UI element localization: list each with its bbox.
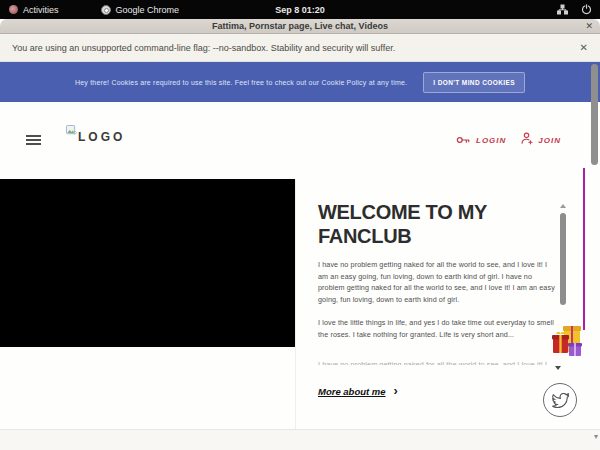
login-button[interactable]: LOGIN: [456, 131, 506, 149]
intro-paragraph-2: I love the little things in life, and ye…: [318, 317, 559, 340]
clipped-paragraph-wrap: I have no problem getting naked for all …: [318, 359, 559, 365]
inner-scrollbar-thumb[interactable]: [560, 213, 566, 305]
hero-video-area[interactable]: [0, 179, 295, 347]
fanclub-intro: WELCOME TO MY FANCLUB I have no problem …: [318, 200, 559, 397]
column-divider: [295, 179, 296, 430]
browser-scrollbar-thumb[interactable]: [591, 64, 598, 165]
join-button[interactable]: JOIN: [521, 131, 561, 149]
chevron-right-icon: ›: [394, 386, 398, 396]
intro-paragraph-3-clipped: I have no problem getting naked for all …: [318, 359, 559, 365]
window-title: Fattima, Pornstar page, Live chat, Video…: [212, 21, 388, 31]
more-about-me-link[interactable]: More about me ›: [318, 386, 559, 397]
logo-text: LOGO: [78, 130, 125, 144]
chrome-warning-bar: You are using an unsupported command-lin…: [0, 34, 600, 62]
system-top-bar: Activities Google Chrome Sep 8 01:20: [0, 0, 600, 19]
cookie-banner: Hey there! Cookies are required to use t…: [0, 62, 600, 102]
cookie-accept-button[interactable]: I DON'T MIND COOKIES: [423, 72, 525, 93]
broken-image-icon: [66, 122, 77, 140]
warning-text: You are using an unsupported command-lin…: [12, 43, 395, 53]
webpage: LOGO LOGIN JOIN WELCOME TO MY FANCLUB I …: [0, 102, 600, 450]
network-icon[interactable]: [557, 4, 568, 15]
inner-scrollbar-up-icon[interactable]: [560, 204, 566, 208]
gift-widget-collapse-icon[interactable]: [555, 366, 561, 370]
twitter-bird-icon: [552, 393, 569, 408]
screen: Activities Google Chrome Sep 8 01:20 Fat…: [0, 0, 600, 450]
add-user-icon: [521, 131, 533, 149]
gift-ribbon-string: [583, 168, 585, 330]
window-title-bar[interactable]: Fattima, Pornstar page, Live chat, Video…: [0, 19, 600, 34]
hamburger-menu-icon[interactable]: [26, 135, 41, 148]
intro-paragraph-1: I have no problem getting naked for all …: [318, 259, 559, 305]
power-icon[interactable]: [581, 4, 592, 15]
join-label: JOIN: [538, 136, 561, 145]
gift-boxes-widget[interactable]: [550, 321, 587, 372]
warning-close-icon[interactable]: ✕: [580, 42, 588, 53]
site-logo[interactable]: LOGO: [66, 122, 125, 144]
login-label: LOGIN: [476, 136, 506, 145]
more-about-me-label: More about me: [318, 386, 386, 397]
browser-scrollbar-down-icon[interactable]: ▾: [594, 433, 598, 441]
page-title: WELCOME TO MY FANCLUB: [318, 200, 559, 248]
cookie-message: Hey there! Cookies are required to use t…: [75, 79, 407, 86]
clock[interactable]: Sep 8 01:20: [0, 5, 600, 15]
page-bottom-strip: [0, 430, 600, 450]
twitter-button[interactable]: [543, 383, 577, 417]
key-icon: [456, 131, 471, 149]
window-close-icon[interactable]: ✕: [585, 21, 593, 31]
